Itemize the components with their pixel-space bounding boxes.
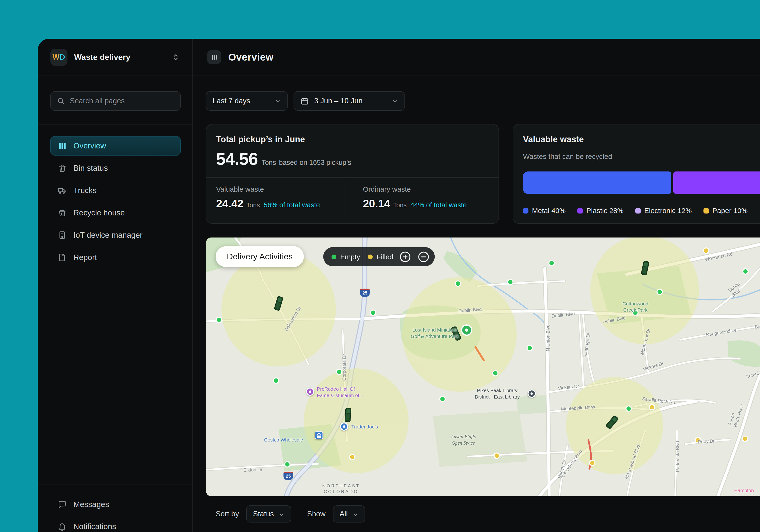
legend-item-electronic: Electronic 12% (635, 207, 692, 215)
legend-item-paper: Paper 10% (703, 207, 748, 215)
map-label-cottonwood-creek-park: Cottonwood Creek Park (623, 301, 648, 313)
map-label-austin-bluffs-pkwy: Austin Bluffs Pkwy (727, 402, 746, 428)
trash-icon (58, 164, 67, 173)
map-label-corporate-dr: Corporate Dr (342, 354, 348, 381)
sidebar-item-label: Messages (73, 500, 109, 509)
sort-dropdown[interactable]: Status (246, 506, 291, 522)
chevron-down-icon (274, 98, 281, 104)
date-range-value: Last 7 days (213, 97, 250, 105)
search-box[interactable] (50, 91, 181, 111)
pickups-breakdown: Valuable waste 24.42 Tons 56% of total w… (207, 177, 499, 223)
overview-icon (58, 141, 67, 151)
recycle-legend: Metal 40% Plastic 28% Electronic 12% Pap… (523, 207, 748, 215)
map-title-pill: Delivery Activities (215, 246, 304, 267)
chat-icon (58, 500, 67, 509)
sidebar-item-overview[interactable]: Overview (50, 136, 181, 156)
workspace-switcher[interactable] (171, 52, 181, 62)
map-label-trader-joes: Trader Joe’s (351, 424, 378, 430)
valuable-waste-stat: Valuable waste 24.42 Tons 56% of total w… (207, 178, 352, 223)
paper-swatch (703, 208, 709, 214)
stat-value: 20.14 (363, 197, 390, 210)
sidebar-item-bin-status[interactable]: Bin status (50, 159, 181, 178)
legend-label: Electronic 12% (644, 207, 692, 215)
sidebar-item-recycle-house[interactable]: Recycle house (50, 203, 181, 222)
sidebar-item-label: Notifications (73, 522, 116, 531)
map-label-hampton-inn: Hampton In (734, 487, 754, 496)
search-input[interactable] (70, 96, 174, 106)
app-logo-text: WD (53, 53, 65, 62)
filled-legend-dot (368, 254, 373, 259)
map-title: Delivery Activities (227, 252, 293, 262)
total-pickups-card: Total pickup’s in June 54.56 Tons based … (206, 124, 499, 224)
show-value: All (340, 510, 348, 518)
date-picker-value: 3 Jun – 10 Jun (314, 97, 362, 105)
sidebar-item-label: Bin status (73, 164, 108, 173)
museum-poi-icon[interactable] (306, 388, 314, 396)
filled-legend-label: Filled (377, 253, 394, 261)
device-icon (58, 230, 67, 240)
metal-swatch (523, 208, 528, 214)
sidebar-item-trucks[interactable]: Trucks (50, 181, 181, 200)
stat-value: 24.42 (216, 197, 243, 210)
map-label-rangewood-dr: Rangewood Dr (706, 327, 737, 338)
map-legend-pill: Empty Filled (323, 247, 435, 266)
map-label-park-vista-blvd: Park Vista Blvd (675, 441, 681, 472)
sidebar-item-messages[interactable]: Messages (50, 495, 181, 514)
map-label-n-union-blvd: N Union Blvd (545, 324, 551, 351)
legend-label: Plastic 28% (587, 207, 624, 215)
interstate-25-shield: 25 (360, 289, 370, 297)
map-overlay: 25 25 Woodmen Rd Dublin Blvd Rangewood D… (206, 237, 760, 496)
valuable-waste-card: Valuable waste Wastes that can be recycl… (513, 124, 760, 224)
interstate-25-shield: 25 (284, 472, 293, 480)
zoom-in-button[interactable] (398, 250, 412, 264)
bell-icon (58, 522, 67, 531)
map-label-ruby-dr: Ruby Dr (697, 438, 715, 445)
ordinary-waste-stat: Ordinary waste 20.14 Tons 44% of total w… (352, 178, 499, 223)
legend-item-plastic: Plastic 28% (577, 207, 624, 215)
sort-by-label: Sort by (215, 510, 239, 518)
bar-segment-plastic (673, 171, 760, 194)
truck-icon (58, 186, 67, 195)
sidebar-divider (38, 124, 192, 125)
main-content: Overview Last 7 days 3 Jun – 10 Jun Tota (193, 39, 760, 532)
store-poi-icon[interactable] (340, 422, 348, 431)
total-pickups-value-row: 54.56 Tons based on 1653 pickup’s (216, 149, 351, 169)
card-subtitle: Wastes that can be recycled (523, 153, 612, 161)
chevron-down-icon (392, 98, 398, 104)
bar-segment-metal (523, 171, 671, 194)
map-label-templ: Templ (746, 370, 760, 380)
card-title: Valuable waste (523, 134, 584, 144)
show-dropdown[interactable]: All (333, 506, 365, 522)
stat-share: 44% of total waste (410, 201, 467, 209)
delivery-map[interactable]: 25 25 Woodmen Rd Dublin Blvd Rangewood D… (206, 237, 760, 496)
map-label-delmonico-dr: Delmonico Dr (284, 306, 303, 332)
date-picker-dropdown[interactable]: 3 Jun – 10 Jun (294, 91, 405, 111)
map-label-dublin-blvd: Dublin Blvd (602, 315, 626, 325)
map-label-ba: Ba (755, 324, 760, 330)
page-header: Overview (193, 39, 760, 76)
lock-poi-icon[interactable] (315, 431, 323, 439)
map-label-vickers-dr: Vickers Dr (558, 383, 579, 391)
total-pickups-value: 54.56 (216, 149, 258, 169)
stat-unit: Tons (246, 202, 260, 209)
sidebar-item-iot-device-manager[interactable]: IoT device manager (50, 225, 181, 245)
sidebar-item-label: Trucks (73, 186, 97, 195)
total-pickups-unit: Tons (261, 159, 276, 167)
sidebar-item-notifications[interactable]: Notifications (50, 517, 181, 532)
dumpster-icon (58, 208, 67, 218)
stat-share: 56% of total waste (263, 201, 320, 209)
map-label-meadowland-blvd: Meadowland Blvd (623, 444, 641, 480)
sidebar-footer-divider (38, 485, 192, 485)
map-label-austin-bluffs-open-space: Austin Bluffs Open Space (451, 433, 476, 446)
desktop-background: WD Waste delivery Overview (0, 0, 760, 532)
library-poi-icon[interactable] (528, 390, 536, 398)
map-label-elkton-dr: Elkton Dr (243, 467, 263, 474)
chevron-down-icon (353, 511, 358, 517)
zoom-out-button[interactable] (416, 250, 430, 264)
page-title: Overview (228, 52, 274, 63)
sidebar-item-report[interactable]: Report (50, 248, 181, 267)
sidebar-item-label: Recycle house (73, 208, 125, 217)
map-label-dublin-blvd: Dublin Blvd (458, 306, 482, 314)
map-label-montebello-dr: Montebello Dr W (561, 404, 595, 412)
date-range-dropdown[interactable]: Last 7 days (206, 91, 288, 111)
